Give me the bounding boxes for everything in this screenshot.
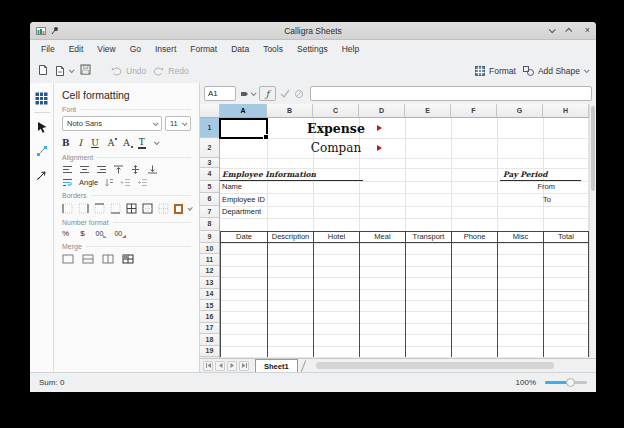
menu-data[interactable]: Data: [224, 42, 256, 56]
add-shape-chevron-icon[interactable]: [584, 67, 590, 73]
border-top-button[interactable]: [94, 203, 105, 214]
border-none-button[interactable]: [158, 203, 169, 214]
underline-button[interactable]: U: [91, 138, 99, 148]
merge-horizontal-button[interactable]: [82, 254, 94, 264]
vertical-scrollbar-thumb[interactable]: [591, 106, 595, 191]
cell-department-label[interactable]: Department: [222, 206, 261, 219]
column-header-f[interactable]: F: [451, 104, 497, 117]
column-header-d[interactable]: D: [359, 104, 405, 117]
close-button[interactable]: ×: [585, 26, 590, 35]
border-right-button[interactable]: [78, 203, 89, 214]
increase-indent-button[interactable]: [137, 178, 148, 187]
header-misc[interactable]: Misc: [497, 231, 543, 244]
cell-employee-id-label[interactable]: Employee ID: [222, 193, 265, 206]
align-bottom-button[interactable]: [147, 165, 158, 174]
row-header[interactable]: 19: [200, 346, 219, 357]
merge-cells-button[interactable]: [62, 254, 74, 264]
menu-settings[interactable]: Settings: [290, 42, 335, 56]
superscript-button[interactable]: A: [108, 138, 115, 148]
insert-function-button[interactable]: ƒ: [259, 86, 276, 101]
money-format-button[interactable]: $: [80, 229, 84, 238]
cancel-button[interactable]: [294, 89, 304, 99]
new-document-button[interactable]: [38, 64, 48, 78]
add-shape-button[interactable]: Add Shape: [523, 66, 588, 76]
column-header-b[interactable]: B: [267, 104, 313, 117]
header-date[interactable]: Date: [220, 231, 267, 244]
open-dropdown-chevron-icon[interactable]: [69, 67, 75, 73]
cell-company[interactable]: Compan: [267, 138, 405, 158]
column-header-h[interactable]: H: [543, 104, 589, 117]
merge-vertical-button[interactable]: [102, 254, 114, 264]
row-header[interactable]: 18: [200, 334, 219, 345]
minimize-button[interactable]: [548, 26, 555, 33]
cell-name-label[interactable]: Name: [222, 181, 242, 194]
row-header[interactable]: 17: [200, 323, 219, 334]
menu-edit[interactable]: Edit: [62, 42, 91, 56]
cell-reference-box[interactable]: A1: [204, 86, 236, 101]
column-header-e[interactable]: E: [405, 104, 451, 117]
subscript-button[interactable]: A: [123, 138, 130, 148]
last-sheet-button[interactable]: [239, 361, 249, 371]
unmerge-cells-button[interactable]: [122, 254, 134, 264]
column-header-c[interactable]: C: [313, 104, 359, 117]
previous-sheet-button[interactable]: [215, 361, 225, 371]
decrease-precision-button[interactable]: 00: [114, 230, 122, 237]
row-header[interactable]: 11: [200, 254, 219, 265]
cell-employee-information[interactable]: Employee Information: [220, 168, 363, 181]
border-color-swatch[interactable]: [174, 204, 183, 214]
menu-go[interactable]: Go: [123, 42, 148, 56]
header-transport[interactable]: Transport: [405, 231, 451, 244]
border-color-chevron-icon[interactable]: [187, 205, 192, 210]
zoom-slider[interactable]: [545, 381, 587, 384]
maximize-button[interactable]: [565, 28, 572, 35]
select-all-corner[interactable]: [200, 104, 220, 117]
row-header[interactable]: 14: [200, 289, 219, 300]
row-header-9[interactable]: 9: [200, 231, 219, 244]
wrap-text-button[interactable]: [62, 178, 73, 187]
text-color-chevron-icon[interactable]: [154, 139, 160, 145]
shape-select-tool-button[interactable]: [31, 115, 53, 139]
save-button[interactable]: [80, 64, 91, 77]
row-header-7[interactable]: 7: [200, 206, 219, 219]
percent-format-button[interactable]: %: [62, 229, 69, 238]
cell-grid[interactable]: 1 2 3 4 5 6 7 8 9 10111213141516171819: [200, 118, 589, 358]
decrease-indent-button[interactable]: [120, 178, 131, 187]
row-header-2[interactable]: 2: [200, 138, 219, 158]
row-header[interactable]: 16: [200, 311, 219, 322]
horizontal-scrollbar-thumb[interactable]: [316, 362, 554, 369]
row-header[interactable]: 13: [200, 277, 219, 288]
row-header-3[interactable]: 3: [200, 158, 219, 168]
menu-tools[interactable]: Tools: [256, 42, 290, 56]
menu-insert[interactable]: Insert: [148, 42, 183, 56]
font-family-select[interactable]: Noto Sans: [62, 116, 162, 131]
zoom-slider-handle[interactable]: [566, 378, 575, 387]
align-left-button[interactable]: [62, 165, 73, 174]
cell-tool-button[interactable]: [31, 86, 53, 110]
cell-expense-title[interactable]: Expense: [267, 118, 405, 138]
column-header-a[interactable]: A: [220, 104, 267, 117]
align-middle-button[interactable]: [130, 165, 141, 174]
redo-button[interactable]: Redo: [153, 66, 188, 76]
border-bottom-button[interactable]: [110, 203, 121, 214]
border-left-button[interactable]: [62, 203, 73, 214]
open-document-button[interactable]: [55, 65, 73, 77]
row-header-5[interactable]: 5: [200, 181, 219, 194]
apply-check-button[interactable]: [280, 89, 290, 98]
cell-selection[interactable]: [219, 118, 268, 139]
header-hotel[interactable]: Hotel: [313, 231, 359, 244]
cell-to-label[interactable]: To: [500, 193, 551, 206]
calligraphy-tool-button[interactable]: [31, 163, 53, 187]
header-description[interactable]: Description: [267, 231, 313, 244]
align-top-button[interactable]: [113, 165, 124, 174]
row-header[interactable]: 10: [200, 243, 219, 254]
bold-button[interactable]: B: [62, 138, 70, 148]
menu-format[interactable]: Format: [183, 42, 224, 56]
row-header[interactable]: 15: [200, 300, 219, 311]
header-meal[interactable]: Meal: [359, 231, 405, 244]
menu-view[interactable]: View: [90, 42, 122, 56]
next-sheet-button[interactable]: [227, 361, 237, 371]
row-header-8[interactable]: 8: [200, 218, 219, 231]
align-right-button[interactable]: [96, 165, 107, 174]
row-header-4[interactable]: 4: [200, 168, 219, 181]
border-outline-button[interactable]: [142, 203, 153, 214]
